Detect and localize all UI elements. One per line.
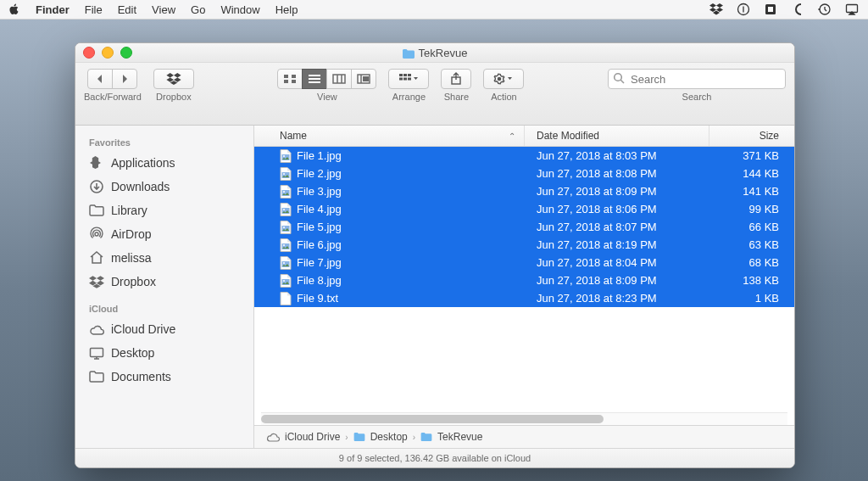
- menu-file[interactable]: File: [85, 3, 103, 16]
- svg-line-28: [620, 80, 624, 83]
- share-button[interactable]: [441, 69, 471, 89]
- column-date-modified[interactable]: Date Modified: [525, 126, 709, 146]
- status-icon-3[interactable]: [790, 2, 805, 17]
- path-separator-icon: ›: [345, 433, 348, 442]
- file-row[interactable]: File 7.jpgJun 27, 2018 at 8:04 PM68 KB: [254, 254, 794, 271]
- path-current[interactable]: TekRevue: [437, 431, 482, 443]
- file-jpg-icon: [280, 221, 292, 234]
- sidebar-item-documents[interactable]: Documents: [75, 365, 253, 389]
- icloud-icon: [266, 433, 280, 442]
- file-date: Jun 27, 2018 at 8:07 PM: [525, 218, 709, 236]
- sidebar-item-dropbox[interactable]: Dropbox: [75, 270, 253, 294]
- file-row[interactable]: File 1.jpgJun 27, 2018 at 8:03 PM371 KB: [254, 147, 794, 165]
- path-separator-icon: ›: [413, 433, 415, 442]
- column-name[interactable]: Name⌃: [254, 126, 525, 146]
- dropbox-status-icon[interactable]: [709, 2, 724, 17]
- menu-go[interactable]: Go: [191, 3, 205, 16]
- menu-window[interactable]: Window: [220, 3, 259, 16]
- svg-rect-12: [309, 81, 320, 83]
- search-field-wrap: [608, 69, 786, 89]
- timemachine-icon[interactable]: [817, 2, 832, 17]
- sidebar-favorites-head: Favorites: [75, 134, 253, 151]
- file-rows[interactable]: File 1.jpgJun 27, 2018 at 8:03 PM371 KBF…: [254, 147, 794, 412]
- file-row[interactable]: File 3.jpgJun 27, 2018 at 8:09 PM141 KB: [254, 182, 794, 200]
- horizontal-scrollbar[interactable]: [261, 412, 787, 425]
- status-icon-2[interactable]: [763, 2, 778, 17]
- dropbox-toolbar-button[interactable]: [153, 69, 194, 89]
- column-headers: Name⌃ Date Modified Size: [254, 126, 794, 147]
- svg-rect-3: [768, 7, 773, 12]
- file-jpg-icon: [280, 149, 292, 163]
- folder-icon: [89, 203, 104, 218]
- svg-rect-22: [399, 78, 403, 81]
- svg-point-27: [615, 74, 622, 81]
- sidebar-item-label: Dropbox: [111, 275, 156, 288]
- sidebar-item-downloads[interactable]: Downloads: [75, 175, 253, 199]
- svg-rect-11: [309, 78, 320, 80]
- file-date: Jun 27, 2018 at 8:23 PM: [525, 289, 709, 307]
- action-button[interactable]: [483, 69, 524, 89]
- file-size: 1 KB: [709, 289, 794, 307]
- svg-point-45: [283, 262, 285, 264]
- file-row[interactable]: File 8.jpgJun 27, 2018 at 8:09 PM138 KB: [254, 271, 794, 289]
- file-name: File 7.jpg: [297, 256, 342, 269]
- path-desktop[interactable]: Desktop: [370, 431, 408, 443]
- file-size: 63 KB: [709, 236, 794, 254]
- sidebar-item-desktop[interactable]: Desktop: [75, 341, 253, 365]
- status-icon-1[interactable]: [736, 2, 751, 17]
- file-row[interactable]: File 9.txtJun 27, 2018 at 8:23 PM1 KB: [254, 289, 794, 307]
- view-gallery-button[interactable]: [351, 69, 376, 89]
- svg-point-26: [498, 77, 502, 81]
- search-input[interactable]: [608, 69, 786, 89]
- file-date: Jun 27, 2018 at 8:08 PM: [525, 165, 709, 182]
- view-columns-button[interactable]: [326, 69, 352, 89]
- menu-help[interactable]: Help: [275, 3, 298, 16]
- sidebar-item-label: Downloads: [111, 180, 170, 193]
- file-row[interactable]: File 6.jpgJun 27, 2018 at 8:19 PM63 KB: [254, 236, 794, 254]
- file-row[interactable]: File 4.jpgJun 27, 2018 at 8:06 PM99 KB: [254, 200, 794, 218]
- window-title: TekRevue: [75, 47, 794, 59]
- sidebar-item-label: Documents: [111, 370, 171, 383]
- file-size: 144 KB: [709, 165, 794, 182]
- system-menubar: Finder File Edit View Go Window Help: [0, 0, 868, 20]
- forward-button[interactable]: [112, 69, 137, 89]
- menu-edit[interactable]: Edit: [118, 3, 136, 16]
- file-row[interactable]: File 5.jpgJun 27, 2018 at 8:07 PM66 KB: [254, 218, 794, 236]
- sidebar-item-library[interactable]: Library: [75, 199, 253, 222]
- apple-menu[interactable]: [8, 3, 20, 15]
- downloads-icon: [89, 179, 104, 194]
- view-icons-button[interactable]: [277, 69, 303, 89]
- arrange-button[interactable]: [388, 69, 429, 89]
- sidebar-item-melissa[interactable]: melissa: [75, 246, 253, 270]
- svg-rect-19: [399, 74, 403, 76]
- sidebar-item-airdrop[interactable]: AirDrop: [75, 222, 253, 246]
- scrollbar-thumb[interactable]: [261, 415, 604, 423]
- view-list-button[interactable]: [302, 69, 327, 89]
- svg-point-30: [95, 232, 98, 236]
- file-size: 138 KB: [709, 271, 794, 289]
- svg-rect-6: [284, 75, 288, 78]
- column-size[interactable]: Size: [709, 126, 794, 146]
- window-titlebar[interactable]: TekRevue: [75, 43, 794, 63]
- back-button[interactable]: [87, 69, 113, 89]
- sidebar-item-applications[interactable]: Applications: [75, 151, 253, 175]
- sidebar-item-label: iCloud Drive: [111, 322, 175, 336]
- app-name-menu[interactable]: Finder: [36, 3, 70, 16]
- menu-view[interactable]: View: [152, 3, 175, 16]
- airplay-status-icon[interactable]: [844, 2, 860, 17]
- file-name: File 3.jpg: [297, 185, 342, 198]
- svg-rect-20: [403, 74, 407, 76]
- title-folder-icon: [403, 49, 415, 59]
- path-icloud[interactable]: iCloud Drive: [285, 431, 340, 443]
- file-row[interactable]: File 2.jpgJun 27, 2018 at 8:08 PM144 KB: [254, 165, 794, 182]
- svg-rect-23: [403, 78, 407, 81]
- file-size: 371 KB: [709, 147, 794, 165]
- sidebar-item-icloud-drive[interactable]: iCloud Drive: [75, 317, 253, 341]
- svg-rect-10: [309, 75, 320, 76]
- file-name: File 2.jpg: [297, 167, 342, 180]
- sidebar-item-label: Applications: [111, 156, 175, 170]
- sidebar-item-label: AirDrop: [111, 227, 151, 241]
- svg-point-43: [283, 244, 285, 246]
- home-icon: [89, 250, 104, 266]
- folder-icon: [89, 369, 104, 384]
